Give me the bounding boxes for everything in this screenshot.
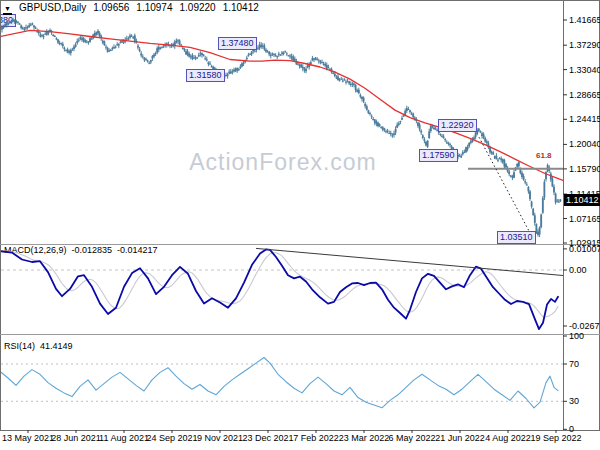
symbol-label: GBPUSD,Daily (19, 2, 86, 13)
symbol-dropdown-icon[interactable]: ▼ (3, 5, 12, 15)
high-value: 1.10974 (136, 2, 172, 13)
chart-title-bar: ▼ GBPUSD,Daily 1.09656 1.10974 1.09220 1… (3, 2, 259, 15)
chart-canvas[interactable] (0, 0, 600, 450)
forex-chart-window: ActionForex.com MACD(12,26,9) -0.012835 … (0, 0, 600, 450)
low-value: 1.09220 (180, 2, 216, 13)
close-value: 1.10412 (223, 2, 259, 13)
open-value: 1.09656 (93, 2, 129, 13)
